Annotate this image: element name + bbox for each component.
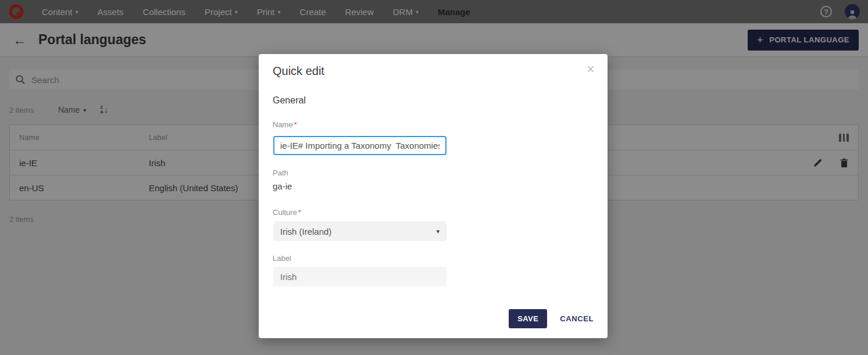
name-field-label: Name* [273,120,297,129]
required-asterisk: * [298,208,301,217]
section-heading-general: General [273,95,306,106]
path-field-label: Path [273,168,288,177]
modal-title: Quick edit [273,64,324,78]
close-icon[interactable]: × [587,62,595,76]
required-asterisk: * [294,120,297,129]
cancel-button[interactable]: CANCEL [560,314,594,323]
culture-field-label: Culture* [273,208,301,217]
culture-selected-value: Irish (Ireland) [280,227,331,236]
modal-footer: SAVE CANCEL [509,309,594,328]
label-input[interactable] [273,267,446,286]
quick-edit-modal: Quick edit × General Name* Path ga-ie Cu… [259,54,608,338]
save-button[interactable]: SAVE [509,309,547,328]
path-value: ga-ie [273,181,292,191]
label-field-label: Label [273,254,291,263]
name-input[interactable] [273,136,446,155]
culture-select[interactable]: Irish (Ireland) ▾ [273,221,446,241]
chevron-down-icon: ▾ [436,228,440,235]
